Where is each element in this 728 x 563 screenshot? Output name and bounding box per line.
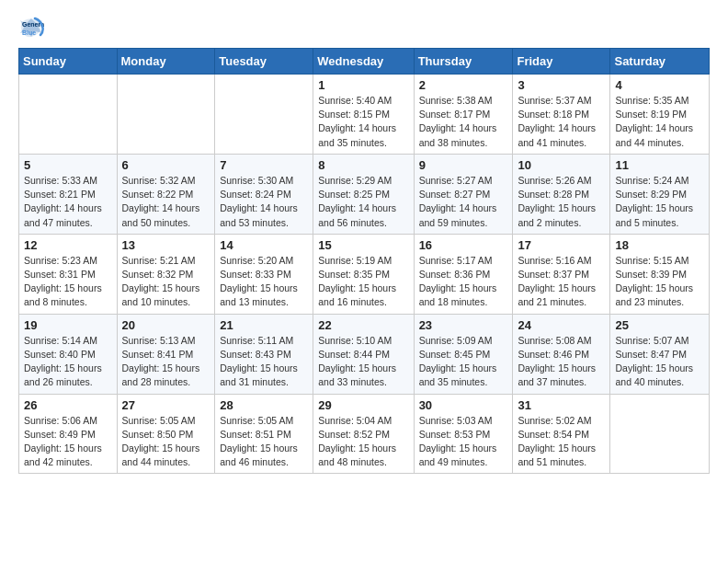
- calendar-cell: 14Sunrise: 5:20 AM Sunset: 8:33 PM Dayli…: [215, 234, 313, 314]
- day-info: Sunrise: 5:35 AM Sunset: 8:19 PM Dayligh…: [615, 94, 704, 150]
- day-info: Sunrise: 5:09 AM Sunset: 8:45 PM Dayligh…: [419, 334, 508, 390]
- calendar-cell: 10Sunrise: 5:26 AM Sunset: 8:28 PM Dayli…: [513, 154, 610, 234]
- day-info: Sunrise: 5:20 AM Sunset: 8:33 PM Dayligh…: [220, 254, 308, 310]
- weekday-header-tuesday: Tuesday: [215, 49, 313, 75]
- calendar-table: SundayMondayTuesdayWednesdayThursdayFrid…: [18, 48, 710, 474]
- week-row-5: 26Sunrise: 5:06 AM Sunset: 8:49 PM Dayli…: [19, 394, 710, 474]
- weekday-header-wednesday: Wednesday: [313, 49, 414, 75]
- day-number: 24: [518, 318, 605, 332]
- calendar-cell: 6Sunrise: 5:32 AM Sunset: 8:22 PM Daylig…: [117, 154, 215, 234]
- calendar-cell: [215, 75, 313, 155]
- day-info: Sunrise: 5:29 AM Sunset: 8:25 PM Dayligh…: [318, 174, 408, 230]
- day-number: 10: [518, 158, 605, 172]
- day-number: 14: [220, 238, 308, 252]
- day-number: 12: [24, 238, 112, 252]
- day-info: Sunrise: 5:21 AM Sunset: 8:32 PM Dayligh…: [122, 254, 210, 310]
- weekday-header-sunday: Sunday: [19, 49, 118, 75]
- day-number: 29: [318, 398, 408, 412]
- weekday-header-friday: Friday: [513, 49, 610, 75]
- day-info: Sunrise: 5:11 AM Sunset: 8:43 PM Dayligh…: [220, 334, 308, 390]
- calendar-cell: 11Sunrise: 5:24 AM Sunset: 8:29 PM Dayli…: [610, 154, 710, 234]
- logo: General Blue: [18, 15, 46, 40]
- header: General Blue: [18, 15, 710, 40]
- calendar-cell: 5Sunrise: 5:33 AM Sunset: 8:21 PM Daylig…: [19, 154, 118, 234]
- day-number: 9: [419, 158, 508, 172]
- week-row-4: 19Sunrise: 5:14 AM Sunset: 8:40 PM Dayli…: [19, 314, 710, 394]
- calendar-cell: 3Sunrise: 5:37 AM Sunset: 8:18 PM Daylig…: [513, 75, 610, 155]
- calendar-cell: 26Sunrise: 5:06 AM Sunset: 8:49 PM Dayli…: [19, 394, 118, 474]
- day-number: 4: [615, 78, 704, 92]
- day-number: 15: [318, 238, 408, 252]
- day-info: Sunrise: 5:07 AM Sunset: 8:47 PM Dayligh…: [615, 334, 704, 390]
- calendar-cell: 16Sunrise: 5:17 AM Sunset: 8:36 PM Dayli…: [414, 234, 513, 314]
- week-row-2: 5Sunrise: 5:33 AM Sunset: 8:21 PM Daylig…: [19, 154, 710, 234]
- day-info: Sunrise: 5:13 AM Sunset: 8:41 PM Dayligh…: [122, 334, 210, 390]
- calendar-cell: 21Sunrise: 5:11 AM Sunset: 8:43 PM Dayli…: [215, 314, 313, 394]
- weekday-header-saturday: Saturday: [610, 49, 710, 75]
- calendar-cell: 4Sunrise: 5:35 AM Sunset: 8:19 PM Daylig…: [610, 75, 710, 155]
- calendar-cell: 24Sunrise: 5:08 AM Sunset: 8:46 PM Dayli…: [513, 314, 610, 394]
- day-info: Sunrise: 5:32 AM Sunset: 8:22 PM Dayligh…: [122, 174, 210, 230]
- calendar-cell: 13Sunrise: 5:21 AM Sunset: 8:32 PM Dayli…: [117, 234, 215, 314]
- calendar-cell: [19, 75, 118, 155]
- day-number: 2: [419, 78, 508, 92]
- weekday-header-thursday: Thursday: [414, 49, 513, 75]
- calendar-cell: 20Sunrise: 5:13 AM Sunset: 8:41 PM Dayli…: [117, 314, 215, 394]
- day-info: Sunrise: 5:26 AM Sunset: 8:28 PM Dayligh…: [518, 174, 605, 230]
- calendar-cell: 18Sunrise: 5:15 AM Sunset: 8:39 PM Dayli…: [610, 234, 710, 314]
- day-number: 23: [419, 318, 508, 332]
- weekday-header-monday: Monday: [117, 49, 215, 75]
- day-info: Sunrise: 5:04 AM Sunset: 8:52 PM Dayligh…: [318, 414, 408, 470]
- day-number: 1: [318, 78, 408, 92]
- day-info: Sunrise: 5:05 AM Sunset: 8:50 PM Dayligh…: [122, 414, 210, 470]
- calendar-cell: 25Sunrise: 5:07 AM Sunset: 8:47 PM Dayli…: [610, 314, 710, 394]
- logo-icon: General Blue: [18, 15, 44, 40]
- day-number: 28: [220, 398, 308, 412]
- calendar-cell: 15Sunrise: 5:19 AM Sunset: 8:35 PM Dayli…: [313, 234, 414, 314]
- calendar-cell: 31Sunrise: 5:02 AM Sunset: 8:54 PM Dayli…: [513, 394, 610, 474]
- day-info: Sunrise: 5:23 AM Sunset: 8:31 PM Dayligh…: [24, 254, 112, 310]
- day-number: 7: [220, 158, 308, 172]
- calendar-cell: 1Sunrise: 5:40 AM Sunset: 8:15 PM Daylig…: [313, 75, 414, 155]
- day-number: 18: [615, 238, 704, 252]
- day-number: 11: [615, 158, 704, 172]
- calendar-cell: [117, 75, 215, 155]
- day-number: 16: [419, 238, 508, 252]
- day-info: Sunrise: 5:33 AM Sunset: 8:21 PM Dayligh…: [24, 174, 112, 230]
- page: General Blue SundayMondayTuesdayWednesda…: [0, 0, 728, 488]
- calendar-cell: 30Sunrise: 5:03 AM Sunset: 8:53 PM Dayli…: [414, 394, 513, 474]
- day-number: 30: [419, 398, 508, 412]
- day-info: Sunrise: 5:15 AM Sunset: 8:39 PM Dayligh…: [615, 254, 704, 310]
- day-info: Sunrise: 5:24 AM Sunset: 8:29 PM Dayligh…: [615, 174, 704, 230]
- week-row-1: 1Sunrise: 5:40 AM Sunset: 8:15 PM Daylig…: [19, 75, 710, 155]
- svg-text:Blue: Blue: [22, 29, 36, 36]
- day-info: Sunrise: 5:16 AM Sunset: 8:37 PM Dayligh…: [518, 254, 605, 310]
- day-info: Sunrise: 5:38 AM Sunset: 8:17 PM Dayligh…: [419, 94, 508, 150]
- day-info: Sunrise: 5:17 AM Sunset: 8:36 PM Dayligh…: [419, 254, 508, 310]
- calendar-cell: 8Sunrise: 5:29 AM Sunset: 8:25 PM Daylig…: [313, 154, 414, 234]
- calendar-cell: 29Sunrise: 5:04 AM Sunset: 8:52 PM Dayli…: [313, 394, 414, 474]
- day-number: 19: [24, 318, 112, 332]
- calendar-cell: 22Sunrise: 5:10 AM Sunset: 8:44 PM Dayli…: [313, 314, 414, 394]
- calendar-cell: 9Sunrise: 5:27 AM Sunset: 8:27 PM Daylig…: [414, 154, 513, 234]
- day-info: Sunrise: 5:03 AM Sunset: 8:53 PM Dayligh…: [419, 414, 508, 470]
- day-number: 6: [122, 158, 210, 172]
- day-info: Sunrise: 5:10 AM Sunset: 8:44 PM Dayligh…: [318, 334, 408, 390]
- day-info: Sunrise: 5:37 AM Sunset: 8:18 PM Dayligh…: [518, 94, 605, 150]
- day-number: 31: [518, 398, 605, 412]
- day-number: 5: [24, 158, 112, 172]
- day-number: 26: [24, 398, 112, 412]
- day-number: 8: [318, 158, 408, 172]
- day-info: Sunrise: 5:08 AM Sunset: 8:46 PM Dayligh…: [518, 334, 605, 390]
- day-number: 21: [220, 318, 308, 332]
- day-info: Sunrise: 5:05 AM Sunset: 8:51 PM Dayligh…: [220, 414, 308, 470]
- week-row-3: 12Sunrise: 5:23 AM Sunset: 8:31 PM Dayli…: [19, 234, 710, 314]
- day-info: Sunrise: 5:02 AM Sunset: 8:54 PM Dayligh…: [518, 414, 605, 470]
- day-info: Sunrise: 5:40 AM Sunset: 8:15 PM Dayligh…: [318, 94, 408, 150]
- calendar-cell: 17Sunrise: 5:16 AM Sunset: 8:37 PM Dayli…: [513, 234, 610, 314]
- calendar-cell: 7Sunrise: 5:30 AM Sunset: 8:24 PM Daylig…: [215, 154, 313, 234]
- day-info: Sunrise: 5:27 AM Sunset: 8:27 PM Dayligh…: [419, 174, 508, 230]
- calendar-cell: 19Sunrise: 5:14 AM Sunset: 8:40 PM Dayli…: [19, 314, 118, 394]
- calendar-cell: [610, 394, 710, 474]
- day-info: Sunrise: 5:14 AM Sunset: 8:40 PM Dayligh…: [24, 334, 112, 390]
